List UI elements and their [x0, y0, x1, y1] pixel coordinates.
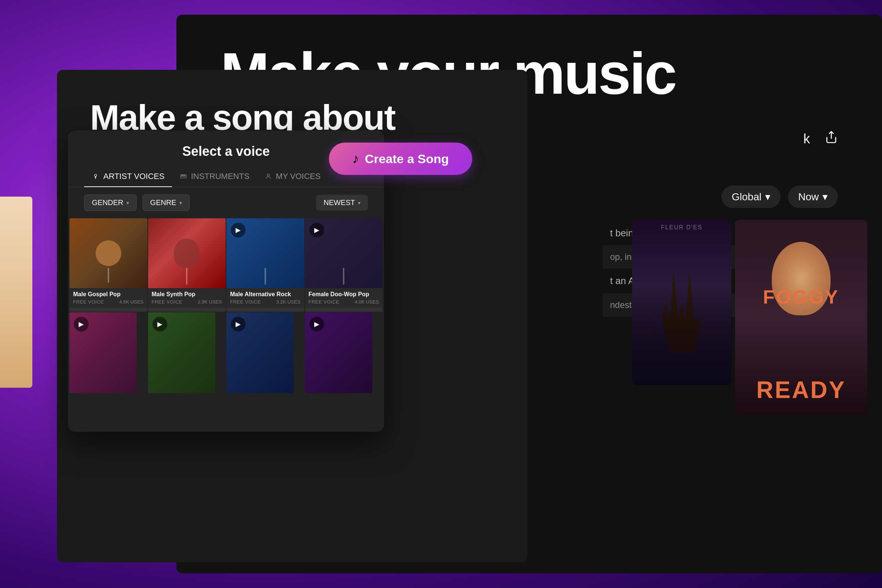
voice-card-7-image: ▶ — [226, 312, 294, 393]
piano-icon — [179, 172, 188, 180]
microphone-icon — [92, 172, 100, 180]
voice-card-3-name: Male Alternative Rock — [230, 291, 301, 298]
svg-point-7 — [267, 174, 269, 176]
filter-pills: Global ▾ Now ▾ — [722, 186, 838, 208]
chevron-down-icon: ▾ — [179, 200, 182, 206]
svg-point-0 — [94, 174, 97, 176]
svg-rect-6 — [184, 175, 185, 177]
voice-card-1-name: Male Gospel Pop — [73, 291, 144, 298]
sort-label: NEWEST — [323, 198, 355, 207]
gender-filter-label: GENDER — [92, 198, 123, 207]
now-filter[interactable]: Now ▾ — [788, 186, 838, 208]
voice-card-2-image — [148, 218, 226, 288]
back-label: k — [803, 131, 810, 147]
voice-card-4-image: ▶ — [305, 218, 383, 288]
svg-rect-5 — [183, 175, 183, 177]
voice-card-2-uses: 2.9K USES — [198, 299, 222, 304]
play-icon[interactable]: ▶ — [309, 317, 324, 332]
create-song-label: Create a Song — [365, 152, 449, 166]
person-icon — [264, 172, 272, 180]
play-icon[interactable]: ▶ — [309, 223, 324, 237]
voice-card-2-name: Male Synth Pop — [152, 291, 222, 298]
voice-card-4-uses: 4.0K USES — [355, 299, 379, 304]
person-figure — [0, 196, 32, 388]
gender-filter[interactable]: GENDER ▾ — [84, 194, 137, 211]
voice-card-2-badge: FREE VOICE — [152, 299, 183, 304]
voice-card-2[interactable]: Male Synth Pop FREE VOICE 2.9K USES — [148, 218, 226, 312]
voice-card-3-badge: FREE VOICE — [230, 299, 261, 304]
tab-artist-voices-label: ARTIST VOICES — [103, 172, 165, 181]
global-label: Global — [732, 191, 762, 203]
chevron-down-icon: ▾ — [822, 191, 828, 203]
fleur-card: FLEUR D'ES — [632, 220, 731, 385]
voice-card-3-uses: 3.2K USES — [276, 299, 301, 304]
voice-card-1-uses: 4.6K USES — [119, 299, 144, 304]
voice-card-5-image: ▶ — [69, 312, 137, 393]
svg-rect-4 — [181, 175, 182, 177]
sort-button[interactable]: NEWEST ▾ — [316, 195, 368, 211]
chevron-down-icon: ▾ — [358, 200, 360, 206]
modal-title: Select a voice — [98, 144, 355, 159]
now-label: Now — [798, 191, 819, 203]
voice-card-5[interactable]: ▶ — [69, 312, 137, 393]
next-arrow[interactable]: › — [866, 303, 867, 331]
play-icon[interactable]: ▶ — [153, 317, 167, 332]
voice-card-1-image — [69, 218, 147, 288]
tab-instruments-label: INSTRUMENTS — [191, 172, 249, 181]
voice-modal: Select a voice × ARTIST VOICES INSTRUMEN… — [68, 130, 384, 432]
fleur-label: FLEUR D'ES — [632, 224, 731, 231]
chevron-down-icon: ▾ — [765, 191, 770, 203]
foggy-text: FOGGY — [735, 286, 867, 308]
chevron-down-icon: ▾ — [126, 200, 129, 206]
top-bar: k — [803, 130, 838, 147]
voice-card-3-image: ▶ — [226, 218, 304, 288]
play-icon[interactable]: ▶ — [74, 317, 88, 332]
voice-card-1-badge: FREE VOICE — [73, 299, 104, 304]
voice-card-7[interactable]: ▶ — [226, 312, 294, 393]
album-card: 3:17 FOGGY READY › — [735, 220, 867, 414]
tab-my-voices[interactable]: MY VOICES — [257, 166, 328, 187]
filter-bar: GENDER ▾ GENRE ▾ NEWEST ▾ — [68, 187, 384, 218]
ready-text: READY — [735, 376, 867, 404]
tab-instruments[interactable]: INSTRUMENTS — [172, 166, 257, 187]
share-icon[interactable] — [825, 130, 838, 147]
tab-my-voices-label: MY VOICES — [276, 172, 321, 181]
voice-card-4-badge: FREE VOICE — [309, 299, 340, 304]
create-song-button[interactable]: ♪ Create a Song — [329, 142, 472, 175]
voice-card-3[interactable]: ▶ Male Alternative Rock FREE VOICE 3.2K … — [226, 218, 304, 312]
genre-filter-label: GENRE — [150, 198, 176, 207]
voice-card-6-image: ▶ — [148, 312, 215, 393]
voice-card-8[interactable]: ▶ — [305, 312, 372, 393]
voice-card-4-name: Female Doo-Wop Pop — [309, 291, 379, 298]
svg-rect-1 — [95, 176, 96, 178]
music-note-icon: ♪ — [352, 151, 359, 166]
play-icon[interactable]: ▶ — [231, 223, 246, 237]
global-filter[interactable]: Global ▾ — [722, 186, 781, 208]
voice-card-1[interactable]: Male Gospel Pop FREE VOICE 4.6K USES — [69, 218, 147, 312]
genre-filter[interactable]: GENRE ▾ — [142, 194, 190, 211]
voice-card-6[interactable]: ▶ — [148, 312, 215, 393]
play-icon[interactable]: ▶ — [231, 317, 246, 332]
voice-card-8-image: ▶ — [305, 312, 372, 393]
voice-grid: Male Gospel Pop FREE VOICE 4.6K USES Mal… — [68, 218, 384, 393]
tab-artist-voices[interactable]: ARTIST VOICES — [84, 166, 172, 187]
voice-card-4[interactable]: ▶ Female Doo-Wop Pop FREE VOICE 4.0K USE… — [305, 218, 383, 312]
